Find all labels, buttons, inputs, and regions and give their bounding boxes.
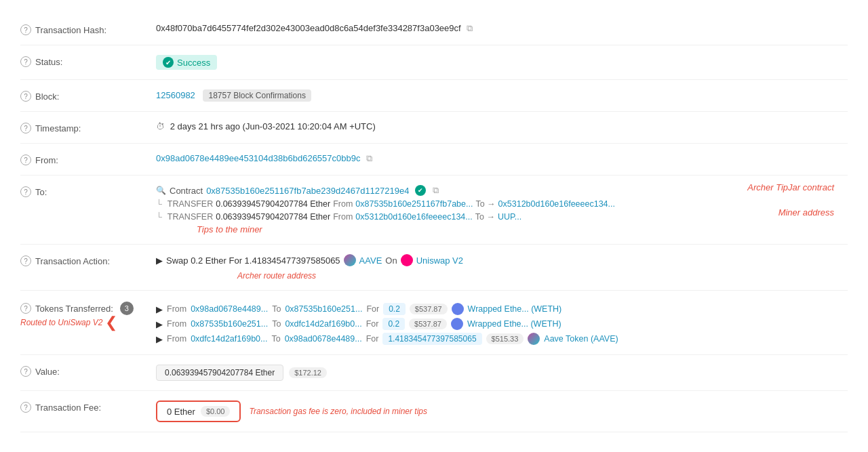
block-row: ? Block: 12560982 18757 Block Confirmati… (20, 80, 848, 112)
token3-from-link[interactable]: 0xdfc14d2af169b0... (191, 334, 267, 344)
token1-amount: 0.2 (383, 303, 406, 315)
value-box: 0.063939457904207784 Ether $172.12 (156, 365, 327, 381)
uniswap-link[interactable]: Uniswap V2 (416, 255, 463, 266)
status-value: Success (156, 55, 848, 70)
token-row-3: ▶ From 0xdfc14d2af169b0... To 0x98ad0678… (156, 333, 848, 345)
status-row: ? Status: Success (20, 45, 848, 80)
contract-address-link[interactable]: 0x87535b160e251167fb7abe239d2467d1127219… (206, 186, 409, 196)
block-label: ? Block: (20, 89, 156, 102)
status-label: ? Status: (20, 55, 156, 67)
status-help-icon[interactable]: ? (20, 56, 31, 67)
fee-label: ? Transaction Fee: (20, 400, 156, 413)
tx-action-value: ▶ Swap 0.2 Ether For 1.41834547739758506… (156, 254, 848, 281)
value-row: ? Value: 0.063939457904207784 Ether $172… (20, 355, 848, 391)
timestamp-label: ? Timestamp: (20, 121, 156, 133)
tokens-label: ? Tokens Transferred: 3 (20, 300, 156, 315)
fee-annotation: Transaction gas fee is zero, included in… (249, 407, 427, 416)
routed-arrow-icon: ❮ (105, 314, 117, 331)
aave-icon (344, 254, 356, 266)
router-annotation: Archer router address (237, 271, 316, 281)
transfer1-to-link[interactable]: 0x5312b0d160e16feeeec134... (498, 199, 615, 209)
block-help-icon[interactable]: ? (20, 91, 31, 102)
tokens-help-icon[interactable]: ? (20, 303, 31, 314)
transfer2-to-link[interactable]: UUP... (498, 212, 521, 222)
miner-annotation: Miner address (747, 207, 834, 218)
success-badge: Success (156, 55, 217, 70)
uniswap-icon (401, 254, 413, 266)
token-row-2: ▶ From 0x87535b160e251... To 0xdfc14d2af… (156, 318, 848, 330)
value-dollar-badge: $172.12 (289, 367, 327, 378)
tx-action-label: ? Transaction Action: (20, 254, 156, 266)
hash-copy-icon[interactable]: ⧉ (467, 23, 473, 34)
to-help-icon[interactable]: ? (20, 186, 31, 197)
from-address-link[interactable]: 0x98ad0678e4489ee453104d38b6bd626557c0bb… (156, 153, 360, 163)
timestamp-help-icon[interactable]: ? (20, 123, 31, 133)
token1-from-link[interactable]: 0x98ad0678e4489... (191, 304, 268, 314)
aave2-icon (528, 333, 540, 345)
tipjar-annotation: Archer TipJar contract (747, 182, 834, 192)
token1-name-link[interactable]: Wrapped Ethe... (WETH) (468, 304, 562, 314)
from-help-icon[interactable]: ? (20, 155, 31, 165)
value-help-icon[interactable]: ? (20, 366, 31, 377)
swap-action-detail: ▶ Swap 0.2 Ether For 1.41834547739758506… (156, 254, 848, 266)
weth2-icon (451, 318, 463, 330)
to-value: 🔍 Contract 0x87535b160e251167fb7abe239d2… (156, 185, 848, 234)
contract-copy-icon[interactable]: ⧉ (433, 185, 439, 196)
token3-to-link[interactable]: 0x98ad0678e4489... (285, 334, 362, 344)
fee-dollar-badge: $0.00 (201, 406, 231, 417)
aave-token-link[interactable]: AAVE (359, 255, 382, 266)
token3-dollar: $515.33 (486, 333, 524, 344)
to-label: ? To: (20, 185, 156, 197)
transfer2-from-link[interactable]: 0x5312b0d160e16feeeec134... (355, 212, 472, 222)
routed-annotation: Routed to UniSwap V2 (20, 318, 102, 327)
transaction-hash-value: 0x48f070ba7d6455774fef2d302e43003ead0d8c… (156, 23, 848, 34)
transfer-row-2: └ TRANSFER 0.063939457904207784 Ether Fr… (156, 212, 848, 222)
token2-dollar: $537.87 (409, 319, 447, 329)
token3-name-link[interactable]: Aave Token (AAVE) (544, 334, 618, 344)
transaction-hash-row: ? Transaction Hash: 0x48f070ba7d6455774f… (20, 14, 848, 45)
transfer-row-1: └ TRANSFER 0.063939457904207784 Ether Fr… (156, 199, 848, 209)
transaction-hash-label: ? Transaction Hash: (20, 23, 156, 35)
tokens-transferred-row: ? Tokens Transferred: 3 ▶ From 0x98ad067… (20, 291, 848, 355)
block-value: 12560982 18757 Block Confirmations (156, 89, 848, 102)
hash-help-icon[interactable]: ? (20, 24, 31, 35)
token2-amount: 0.2 (382, 318, 405, 330)
token1-to-link[interactable]: 0x87535b160e251... (285, 304, 362, 314)
token2-to-link[interactable]: 0xdfc14d2af169b0... (285, 319, 361, 329)
fee-help-icon[interactable]: ? (20, 402, 31, 413)
value-label: ? Value: (20, 365, 156, 377)
tx-action-row: ? Transaction Action: ▶ Swap 0.2 Ether F… (20, 245, 848, 291)
token2-name-link[interactable]: Wrapped Ethe... (WETH) (467, 319, 561, 329)
token1-dollar: $537.87 (410, 304, 448, 314)
from-label: ? From: (20, 153, 156, 165)
from-row: ? From: 0x98ad0678e4489ee453104d38b6bd62… (20, 144, 848, 176)
tokens-value: ▶ From 0x98ad0678e4489... To 0x87535b160… (156, 300, 848, 345)
weth1-icon (452, 303, 464, 315)
fee-value: 0 Ether $0.00 Transaction gas fee is zer… (156, 400, 848, 422)
transfer1-from-link[interactable]: 0x87535b160e251167fb7abe... (355, 199, 473, 209)
from-copy-icon[interactable]: ⧉ (366, 153, 372, 164)
fee-row: ? Transaction Fee: 0 Ether $0.00 Transac… (20, 391, 848, 432)
token3-amount: 1.418345477397585065 (382, 333, 481, 345)
timestamp-row: ? Timestamp: ⏱ 2 days 21 hrs ago (Jun-03… (20, 112, 848, 144)
value-ether-badge: 0.063939457904207784 Ether (156, 365, 283, 381)
to-row: ? To: 🔍 Contract 0x87535b160e251167fb7ab… (20, 176, 848, 245)
tokens-count-badge: 3 (120, 302, 134, 315)
block-confirmations-badge: 18757 Block Confirmations (203, 89, 311, 102)
block-number-link[interactable]: 12560982 (156, 90, 195, 100)
fee-box: 0 Ether $0.00 (156, 400, 241, 422)
value-value: 0.063939457904207784 Ether $172.12 (156, 365, 848, 381)
tips-annotation: Tips to the miner (197, 224, 848, 234)
token-row-1: ▶ From 0x98ad0678e4489... To 0x87535b160… (156, 303, 848, 315)
timestamp-value: ⏱ 2 days 21 hrs ago (Jun-03-2021 10:20:0… (156, 121, 848, 131)
magnify-icon: 🔍 (156, 186, 166, 195)
token2-from-link[interactable]: 0x87535b160e251... (191, 319, 268, 329)
contract-verified-icon: ✔ (415, 185, 426, 196)
from-value: 0x98ad0678e4489ee453104d38b6bd626557c0bb… (156, 153, 848, 164)
tx-action-help-icon[interactable]: ? (20, 255, 31, 266)
